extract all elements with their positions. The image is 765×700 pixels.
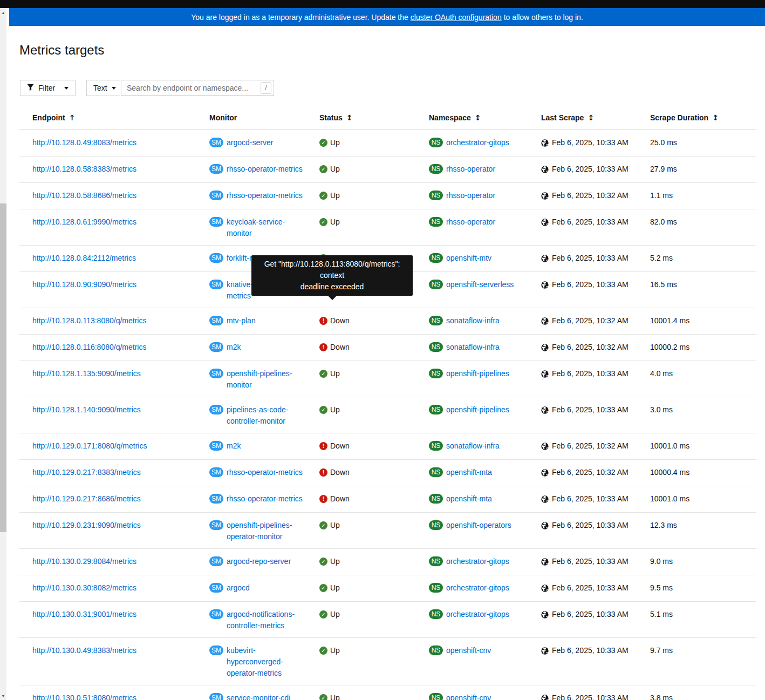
column-header-last-scrape[interactable]: Last Scrape — [541, 113, 650, 122]
endpoint-link[interactable]: http://10.128.0.113:8080/q/metrics — [32, 316, 146, 325]
endpoint-link[interactable]: http://10.130.0.49:8383/metrics — [32, 646, 136, 655]
service-monitor-badge: SM — [209, 645, 223, 655]
endpoint-link[interactable]: http://10.128.0.58:8686/metrics — [32, 191, 136, 200]
monitor-cell: SM kubevirt- hyperconverged- operator-me… — [209, 645, 319, 679]
monitor-link[interactable]: argocd-notifications- controller-metrics — [227, 609, 295, 631]
scrollbar-thumb[interactable] — [0, 203, 6, 532]
namespace-link[interactable]: rhsso-operator — [446, 164, 495, 175]
status-text: Down — [330, 493, 350, 505]
namespace-link[interactable]: openshift-mtv — [446, 253, 491, 264]
filter-dropdown-button[interactable]: Filter — [20, 80, 76, 96]
monitor-link[interactable]: service-monitor-cdi — [227, 692, 290, 700]
monitor-link[interactable]: argocd-server — [227, 137, 273, 148]
namespace-link[interactable]: rhsso-operator — [446, 190, 495, 201]
monitor-link[interactable]: m2k — [227, 342, 241, 353]
namespace-link[interactable]: sonataflow-infra — [446, 440, 500, 452]
endpoint-cell: http://10.128.0.61:9990/metrics — [19, 216, 209, 228]
last-scrape-text: Feb 6, 2025, 10:33 AM — [552, 253, 629, 264]
monitor-link[interactable]: knative- metrics — [227, 279, 253, 302]
column-header-status[interactable]: Status — [319, 113, 429, 122]
endpoint-link[interactable]: http://10.129.0.217:8686/metrics — [32, 494, 141, 503]
scrape-duration-cell: 10000.2 ms — [650, 342, 756, 353]
namespace-link[interactable]: sonataflow-infra — [446, 342, 500, 353]
status-cell: Up — [319, 190, 429, 201]
namespace-link[interactable]: openshift-pipelines — [446, 404, 509, 416]
namespace-link[interactable]: openshift-operators — [446, 520, 511, 531]
monitor-link[interactable]: keycloak-service- monitor — [227, 216, 285, 239]
monitor-link[interactable]: openshift-pipelines- operator-monitor — [227, 520, 292, 542]
monitor-link[interactable]: pipelines-as-code- controller-monitor — [227, 404, 288, 427]
endpoint-link[interactable]: http://10.130.0.29:8084/metrics — [32, 557, 136, 566]
namespace-cell: NS sonataflow-infra — [429, 315, 541, 327]
monitor-link[interactable]: openshift-pipelines- monitor — [227, 368, 292, 391]
endpoint-cell: http://10.128.0.58:8686/metrics — [19, 190, 209, 201]
status: Up — [319, 692, 340, 700]
globe-icon — [541, 584, 549, 595]
endpoint-link[interactable]: http://10.130.0.31:9001/metrics — [32, 610, 136, 619]
endpoint-link[interactable]: http://10.129.0.231:9090/metrics — [32, 521, 141, 529]
scrollbar-down-arrow-icon[interactable]: ▼ — [0, 692, 6, 699]
search-type-dropdown[interactable]: Text — [86, 80, 120, 96]
monitor-cell: SM argocd — [209, 582, 319, 594]
search-input[interactable] — [121, 80, 274, 96]
monitor-link[interactable]: rhsso-operator-metrics — [227, 467, 303, 478]
namespace-link[interactable]: openshift-cnv — [446, 692, 491, 700]
service-monitor-badge: SM — [209, 405, 223, 414]
column-header-monitor[interactable]: Monitor — [209, 113, 319, 122]
monitor-cell: SM argocd-server — [209, 137, 319, 148]
monitor-link[interactable]: rhsso-operator-metrics — [227, 190, 303, 201]
monitor-link[interactable]: kubevirt- hyperconverged- operator-metri… — [227, 645, 283, 679]
endpoint-link[interactable]: http://10.129.0.217:8383/metrics — [32, 468, 141, 477]
namespace-link[interactable]: openshift-pipelines — [446, 368, 509, 379]
endpoint-link[interactable]: http://10.128.0.84:2112/metrics — [32, 254, 136, 262]
monitor-link[interactable]: argocd-repo-server — [227, 556, 291, 567]
endpoint-link[interactable]: http://10.128.0.90:9090/metrics — [32, 280, 136, 289]
scrape-duration-text: 5.1 ms — [650, 610, 673, 619]
namespace-link[interactable]: orchestrator-gitops — [446, 556, 509, 567]
namespace-link[interactable]: orchestrator-gitops — [446, 582, 509, 594]
monitor-cell: SM rhsso-operator-metrics — [209, 493, 319, 505]
namespace-link[interactable]: openshift-mta — [446, 467, 492, 478]
filter-icon — [27, 84, 34, 92]
column-header-namespace[interactable]: Namespace — [429, 113, 541, 122]
endpoint-link[interactable]: http://10.129.0.171:8080/q/metrics — [32, 441, 147, 450]
endpoint-link[interactable]: http://10.128.0.58:8383/metrics — [32, 165, 136, 173]
scrape-duration-cell: 1.1 ms — [650, 190, 756, 201]
endpoint-link[interactable]: http://10.130.0.51:8080/metrics — [32, 694, 136, 700]
namespace-link[interactable]: openshift-cnv — [446, 645, 491, 656]
monitor-link[interactable]: rhsso-operator-metrics — [227, 164, 303, 175]
monitor-link[interactable]: rhsso-operator-metrics — [227, 493, 303, 505]
endpoint-link[interactable]: http://10.128.0.61:9990/metrics — [32, 218, 136, 226]
status-cell: Down — [319, 342, 429, 353]
namespace-link[interactable]: openshift-serverless — [446, 279, 514, 290]
last-scrape-text: Feb 6, 2025, 10:32 AM — [552, 467, 629, 478]
service-monitor-badge: SM — [209, 609, 223, 619]
namespace-link[interactable]: sonataflow-infra — [446, 315, 500, 327]
service-monitor-badge: SM — [209, 342, 223, 352]
column-header-endpoint[interactable]: Endpoint — [19, 113, 209, 122]
namespace-link[interactable]: rhsso-operator — [446, 216, 495, 228]
monitor-link[interactable]: m2k — [227, 440, 241, 452]
endpoint-link[interactable]: http://10.130.0.30:8082/metrics — [32, 583, 136, 592]
endpoint-link[interactable]: http://10.128.0.116:8080/q/metrics — [32, 343, 146, 351]
last-scrape-text: Feb 6, 2025, 10:32 AM — [552, 315, 629, 327]
endpoint-link[interactable]: http://10.128.0.49:8083/metrics — [32, 138, 136, 147]
namespace-link[interactable]: openshift-mta — [446, 493, 492, 505]
cluster-oauth-configuration-link[interactable]: cluster OAuth configuration — [411, 13, 502, 22]
sort-both-icon — [346, 113, 353, 122]
monitor-link[interactable]: argocd — [227, 582, 250, 594]
column-header-scrape-duration[interactable]: Scrape Duration — [650, 113, 756, 122]
namespace-link[interactable]: orchestrator-gitops — [446, 609, 509, 620]
globe-icon — [541, 254, 549, 266]
scrollbar-up-arrow-icon[interactable]: ▲ — [0, 9, 6, 16]
page-scrollbar[interactable]: ▲ ▼ — [0, 8, 6, 700]
endpoint-link[interactable]: http://10.128.1.140:9090/metrics — [32, 405, 141, 414]
service-monitor-badge: SM — [209, 253, 223, 263]
globe-icon — [541, 521, 549, 533]
monitor-cell: SM argocd-repo-server — [209, 556, 319, 567]
endpoint-link[interactable]: http://10.128.1.135:9090/metrics — [32, 369, 141, 378]
status-cell: Up — [319, 404, 429, 416]
globe-icon — [541, 647, 549, 658]
monitor-link[interactable]: mtv-plan — [227, 315, 256, 327]
namespace-link[interactable]: orchestrator-gitops — [446, 137, 509, 148]
